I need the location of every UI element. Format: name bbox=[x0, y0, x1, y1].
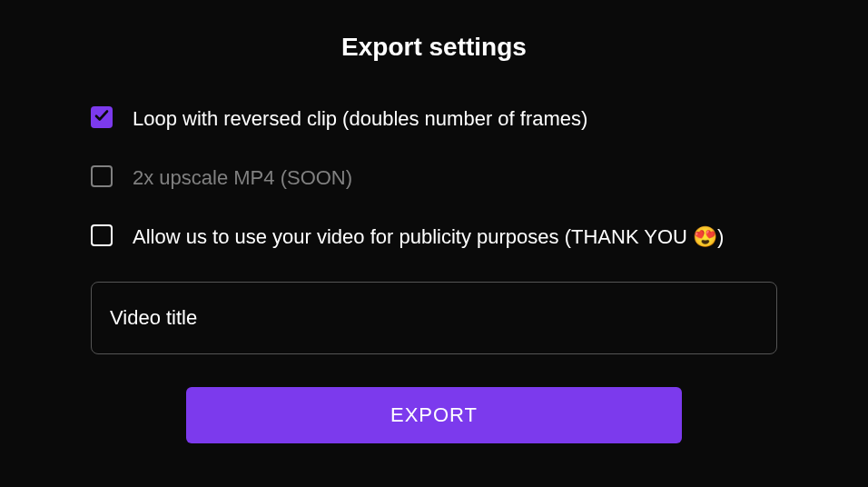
export-settings-panel: Export settings Loop with reversed clip … bbox=[0, 0, 868, 487]
option-loop-row: Loop with reversed clip (doubles number … bbox=[91, 105, 777, 134]
panel-title: Export settings bbox=[341, 33, 527, 62]
publicity-checkbox[interactable] bbox=[91, 224, 113, 246]
export-button[interactable]: EXPORT bbox=[186, 387, 682, 443]
video-title-wrapper bbox=[91, 282, 777, 354]
options-group: Loop with reversed clip (doubles number … bbox=[91, 105, 777, 251]
upscale-checkbox bbox=[91, 165, 113, 187]
loop-label: Loop with reversed clip (doubles number … bbox=[133, 105, 777, 134]
checkmark-icon bbox=[94, 107, 110, 127]
option-upscale-row: 2x upscale MP4 (SOON) bbox=[91, 164, 777, 193]
publicity-label: Allow us to use your video for publicity… bbox=[133, 224, 777, 252]
video-title-input[interactable] bbox=[91, 282, 777, 354]
upscale-label: 2x upscale MP4 (SOON) bbox=[133, 164, 777, 193]
option-publicity-row: Allow us to use your video for publicity… bbox=[91, 224, 777, 252]
loop-checkbox[interactable] bbox=[91, 106, 113, 128]
